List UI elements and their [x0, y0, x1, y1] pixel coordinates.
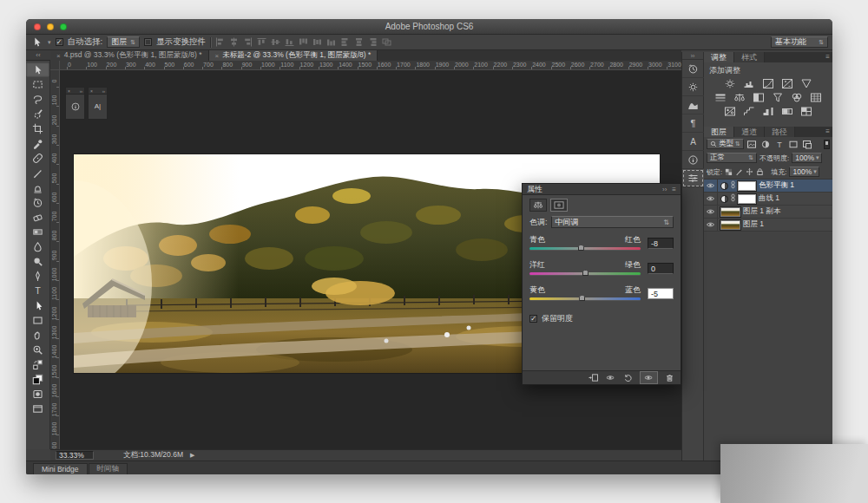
panel-collapse-icon[interactable]: ››: [662, 186, 667, 193]
slider-value-field[interactable]: -8: [648, 238, 674, 249]
tab-mini-bridge[interactable]: Mini Bridge: [33, 463, 88, 474]
tool-move[interactable]: [26, 62, 49, 77]
info-mini-panel[interactable]: ×››: [65, 87, 85, 120]
info-panel-panel-icon[interactable]: [682, 151, 704, 169]
h-ruler[interactable]: 0100200300400500600700800900100011001200…: [60, 61, 681, 70]
color-lookup-icon[interactable]: [809, 92, 823, 104]
histogram-panel-icon[interactable]: [682, 96, 704, 114]
lock-position-icon[interactable]: [746, 167, 754, 177]
lock-transparency-icon[interactable]: [725, 167, 733, 177]
character-panel-icon[interactable]: A: [682, 133, 704, 151]
tool-brush[interactable]: [26, 166, 49, 180]
layer-thumbnail[interactable]: [720, 220, 740, 230]
close-tab-icon[interactable]: ×: [56, 52, 61, 60]
color-balance-icon[interactable]: [529, 199, 547, 212]
color-balance-icon[interactable]: [733, 92, 746, 104]
black-white-icon[interactable]: [752, 92, 766, 104]
properties-panel-icon[interactable]: [682, 169, 704, 187]
levels-icon[interactable]: [742, 78, 756, 90]
tool-quick-mask[interactable]: [26, 387, 49, 402]
tool-dodge[interactable]: [26, 254, 49, 269]
panel-menu-icon[interactable]: ≡: [825, 127, 830, 135]
threshold-icon[interactable]: [761, 106, 775, 118]
status-flyout-arrow-icon[interactable]: ▶: [190, 452, 194, 459]
notes-icon[interactable]: A|: [89, 95, 107, 118]
tool-clone-stamp[interactable]: [26, 180, 49, 195]
lock-pixels-icon[interactable]: [735, 167, 744, 177]
opacity-field[interactable]: 100% ▾: [792, 153, 822, 163]
show-transform-checkbox[interactable]: [144, 38, 152, 46]
tool-marquee[interactable]: [26, 77, 49, 92]
tool-rectangle-shape[interactable]: [26, 313, 49, 328]
tool-swap-colors[interactable]: [26, 357, 49, 372]
layer-row[interactable]: 曲线 1: [704, 193, 832, 206]
layer-visibility-eye-icon[interactable]: [704, 180, 718, 192]
tool-healing-brush[interactable]: [26, 151, 49, 166]
toggle-visibility-icon[interactable]: [640, 371, 658, 384]
type-layers-filter-icon[interactable]: T: [774, 140, 786, 149]
layer-row[interactable]: 图层 1 副本: [704, 206, 832, 219]
filter-toggle-switch[interactable]: [824, 140, 830, 149]
vibrance-icon[interactable]: [799, 78, 813, 90]
lock-all-icon[interactable]: [756, 167, 765, 177]
paragraph-panel-icon[interactable]: ¶: [682, 114, 704, 133]
toolbar-collapse-button[interactable]: ‹‹: [26, 50, 50, 61]
close-icon[interactable]: ×: [68, 88, 70, 94]
slider-value-field[interactable]: 0: [648, 263, 674, 274]
slider-track[interactable]: [529, 247, 641, 250]
layer-mask-thumbnail[interactable]: [738, 181, 756, 191]
tool-quick-selection[interactable]: [26, 107, 49, 121]
filter-type-dropdown[interactable]: 类型 ⇅: [707, 139, 744, 149]
tool-path-selection[interactable]: [26, 298, 49, 313]
tool-color-swatches[interactable]: [26, 372, 49, 387]
smart-objects-filter-icon[interactable]: [802, 140, 813, 149]
curves-icon[interactable]: [761, 78, 775, 90]
slider-thumb[interactable]: [578, 245, 584, 251]
exposure-icon[interactable]: [780, 78, 794, 90]
layer-mask-icon[interactable]: [550, 199, 568, 212]
tab-adjustments[interactable]: 调整: [704, 52, 734, 62]
tool-gradient[interactable]: [26, 225, 49, 239]
tool-blur[interactable]: [26, 239, 49, 254]
layer-visibility-eye-icon[interactable]: [704, 193, 718, 205]
brightness-contrast-icon[interactable]: [723, 78, 737, 90]
tool-hand[interactable]: [26, 328, 49, 343]
info-icon[interactable]: [66, 95, 84, 118]
layer-mask-thumbnail[interactable]: [738, 194, 756, 204]
gradient-map-icon[interactable]: [780, 106, 794, 118]
reset-icon[interactable]: [622, 373, 634, 382]
tool-lasso[interactable]: [26, 92, 49, 107]
auto-select-checkbox[interactable]: ✓: [56, 38, 63, 46]
tone-dropdown[interactable]: 中间调 ⇅: [551, 216, 674, 228]
slider-thumb[interactable]: [579, 295, 585, 301]
layer-row[interactable]: 色彩平衡 1: [704, 180, 832, 193]
tool-preset-caret-icon[interactable]: ▾: [48, 39, 51, 46]
hue-saturation-icon[interactable]: [713, 92, 727, 104]
color-balance-slider[interactable]: 黄色蓝色-5: [529, 284, 674, 310]
color-balance-slider[interactable]: 洋红绿色0: [529, 259, 674, 284]
fill-field[interactable]: 100% ▾: [789, 167, 819, 177]
close-tab-icon[interactable]: ×: [215, 52, 220, 60]
tool-eyedropper[interactable]: [26, 136, 49, 151]
channel-mixer-icon[interactable]: [790, 92, 804, 104]
slider-track[interactable]: [529, 297, 641, 300]
tool-screen-mode[interactable]: [26, 402, 49, 416]
tab-timeline[interactable]: 时间轴: [89, 463, 128, 474]
posterize-icon[interactable]: [742, 106, 756, 118]
tool-zoom[interactable]: [26, 343, 49, 357]
shape-layers-filter-icon[interactable]: [788, 140, 799, 149]
tool-history-brush[interactable]: [26, 195, 49, 210]
tool-eraser[interactable]: [26, 210, 49, 225]
notes-mini-panel[interactable]: ×›› A|: [88, 87, 108, 120]
expand-icon[interactable]: ››: [102, 88, 105, 94]
slider-value-field[interactable]: -5: [648, 288, 674, 299]
layer-visibility-eye-icon[interactable]: [704, 206, 718, 218]
photo-filter-icon[interactable]: [771, 92, 785, 104]
preserve-luminosity-checkbox[interactable]: ✓: [529, 315, 537, 323]
panel-menu-icon[interactable]: ≡: [672, 186, 676, 193]
color-balance-slider[interactable]: 青色红色-8: [529, 234, 674, 259]
slider-track[interactable]: [529, 272, 641, 275]
selective-color-icon[interactable]: [799, 106, 813, 118]
tool-type[interactable]: T: [26, 284, 49, 298]
adjust-sun-panel-icon[interactable]: [682, 78, 704, 96]
